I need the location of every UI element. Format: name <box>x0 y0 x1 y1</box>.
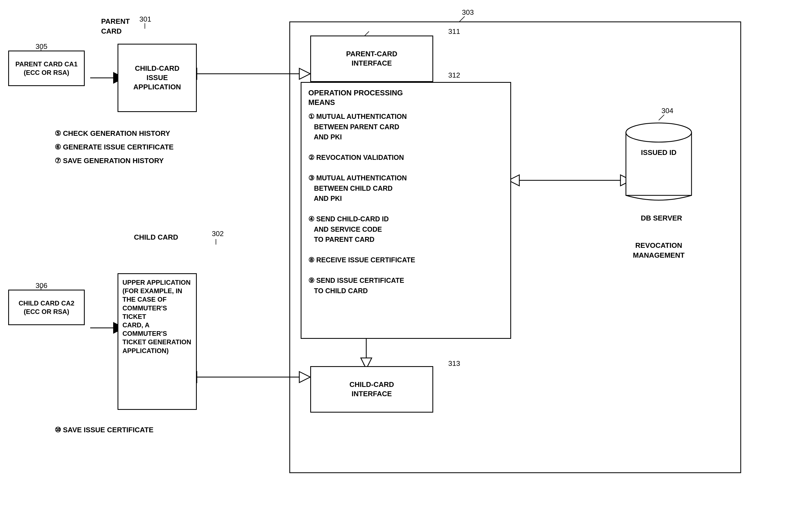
step7-label: ⑦ SAVE GENERATION HISTORY <box>55 156 164 165</box>
op-list: ① MUTUAL AUTHENTICATION BETWEEN PARENT C… <box>308 112 415 296</box>
ref-301: 301 <box>139 15 151 23</box>
child-card-interface-box: CHILD-CARDINTERFACE <box>310 366 433 413</box>
ref-306: 306 <box>36 281 47 290</box>
ref-302: 302 <box>212 230 223 238</box>
ref-311: 311 <box>448 27 460 36</box>
revocation-mgmt-label: REVOCATIONMANAGEMENT <box>620 240 697 260</box>
svg-point-30 <box>626 123 691 142</box>
ref-303: 303 <box>462 8 474 17</box>
step10-label: ⑩ SAVE ISSUE CERTIFICATE <box>55 425 154 435</box>
step5-label: ⑤ CHECK GENERATION HISTORY <box>55 129 170 138</box>
ref-305: 305 <box>36 42 47 51</box>
ref-312: 312 <box>448 71 460 80</box>
diagram: 301 PARENTCARD CHILD-CARDISSUEAPPLICATIO… <box>0 0 788 532</box>
step6-label: ⑥ GENERATE ISSUE CERTIFICATE <box>55 142 174 152</box>
svg-line-9 <box>363 359 369 365</box>
svg-line-3 <box>459 16 465 22</box>
ref-313: 313 <box>448 359 460 368</box>
upper-application-box: UPPER APPLICATION(FOR EXAMPLE, INTHE CAS… <box>118 273 197 410</box>
parent-card-interface-box: PARENT-CARDINTERFACE <box>310 36 433 82</box>
issued-id-label: ISSUED ID <box>629 147 689 157</box>
parent-card-ca1-box: PARENT CARD CA1(ECC OR RSA) <box>8 51 85 86</box>
child-card-ca2-box: CHILD CARD CA2(ECC OR RSA) <box>8 290 85 325</box>
ref-304: 304 <box>662 106 673 115</box>
parent-card-label: PARENTCARD <box>101 16 130 36</box>
svg-marker-23 <box>299 372 310 382</box>
svg-marker-11 <box>299 68 310 79</box>
child-card-issue-box: CHILD-CARDISSUEAPPLICATION <box>118 44 197 112</box>
db-server-label: DB SERVER <box>631 213 691 223</box>
db-cylinder-svg <box>623 118 694 205</box>
operation-processing-box: OPERATION PROCESSINGMEANS ① MUTUAL AUTHE… <box>301 82 511 339</box>
child-card-label: CHILD CARD <box>134 232 178 242</box>
op-title: OPERATION PROCESSINGMEANS <box>308 88 403 107</box>
